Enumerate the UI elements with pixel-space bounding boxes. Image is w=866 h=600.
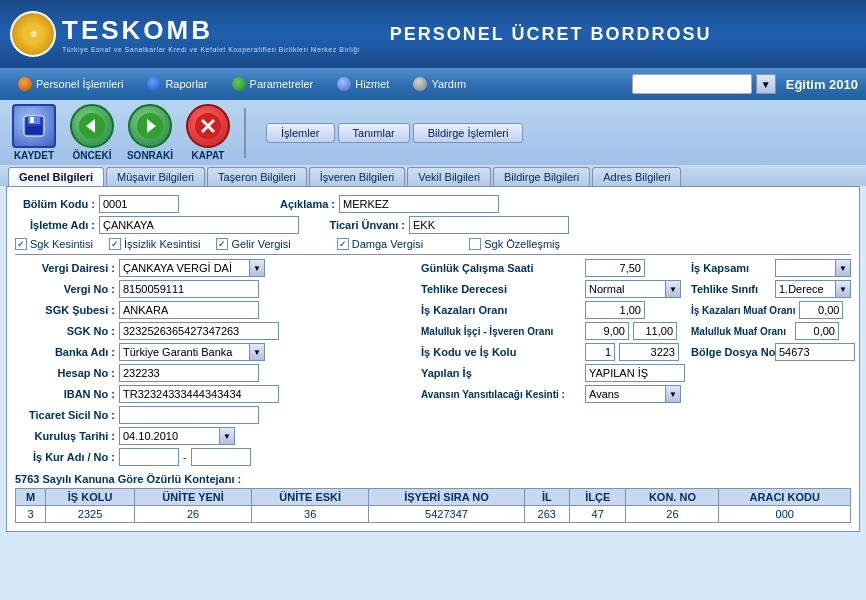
tab-bildirge[interactable]: Bildirge Bilgileri (493, 167, 590, 186)
navbar: Personel İşlemleri Raporlar Parametreler… (0, 68, 866, 100)
table-header-ilce: İLÇE (569, 489, 626, 506)
nav-hizmet[interactable]: Hizmet (327, 73, 399, 95)
tehlike-sinifi-input[interactable] (775, 280, 835, 298)
kurulus-tarihi-combo: ▼ (119, 427, 235, 445)
sgk-ozellesmis-checkbox[interactable]: Sgk Özelleşmiş (469, 238, 560, 250)
banka-adi-row: Banka Adı : ▼ (15, 343, 411, 361)
issizlik-kesintisi-checkbox[interactable]: ✓ İşsizlik Kesintisi (109, 238, 200, 250)
banka-adi-input[interactable] (119, 343, 249, 361)
is-kur-row: İş Kur Adı / No : - (15, 448, 411, 466)
tehlike-sinifi-dropdown-icon[interactable]: ▼ (835, 280, 851, 298)
close-icon (186, 104, 230, 148)
is-kur-input2[interactable] (191, 448, 251, 466)
gelir-vergisi-checkbox[interactable]: ✓ Gelir Vergisi (216, 238, 290, 250)
yapilan-is-input[interactable] (585, 364, 685, 382)
right-far: İş Kapsamı ▼ Tehlike Sınıfı ▼ (691, 259, 851, 406)
tab-musavir[interactable]: Müşavir Bilgileri (106, 167, 205, 186)
tab-isveren[interactable]: İşveren Bilgileri (309, 167, 406, 186)
tehlike-sinifi-combo: ▼ (775, 280, 851, 298)
close-button[interactable]: KAPAT (182, 104, 234, 161)
bolge-dosya-input[interactable] (775, 343, 855, 361)
aciklama-input[interactable] (339, 195, 499, 213)
iban-no-input[interactable] (119, 385, 279, 403)
tab-genel[interactable]: Genel Bilgileri (8, 167, 104, 186)
tehlike-sinifi-row: Tehlike Sınıfı ▼ (691, 280, 851, 298)
table-header-il: İL (524, 489, 569, 506)
sgk-kesintisi-checkbox[interactable]: ✓ Sgk Kesintisi (15, 238, 93, 250)
hesap-no-input[interactable] (119, 364, 259, 382)
cell-il: 263 (524, 506, 569, 523)
logo-icon: ⚙ (10, 11, 56, 57)
sgk-no-input[interactable] (119, 322, 279, 340)
sgk-subesi-label: SGK Şubesi : (15, 304, 115, 316)
kurulus-tarihi-input[interactable] (119, 427, 219, 445)
is-kapsami-input[interactable] (775, 259, 835, 277)
damga-check: ✓ (337, 238, 349, 250)
iban-no-row: IBAN No : (15, 385, 411, 403)
tab-vekil[interactable]: Vekil Bilgileri (407, 167, 491, 186)
header: ⚙ TESKOMB Türkiye Esnaf ve Sanatkarlar K… (0, 0, 866, 68)
nav-dropdown-button[interactable]: ▼ (756, 74, 776, 94)
tehlike-derecesi-label: Tehlike Derecesi (421, 283, 581, 295)
cell-unite-eski: 36 (252, 506, 369, 523)
malulluk-muaf-input[interactable] (795, 322, 839, 340)
is-kazalari-input[interactable] (585, 301, 645, 319)
gunluk-calisma-input[interactable] (585, 259, 645, 277)
tab-taseron[interactable]: Taşeron Bilgileri (207, 167, 307, 186)
vergi-dairesi-dropdown-icon[interactable]: ▼ (249, 259, 265, 277)
yapilan-is-label: Yapılan İş (421, 367, 581, 379)
table-header-kon-no: KON. NO (626, 489, 719, 506)
svg-rect-3 (26, 126, 42, 134)
damga-vergisi-checkbox[interactable]: ✓ Damga Vergisi (337, 238, 424, 250)
tabs-bar: Genel Bilgileri Müşavir Bilgileri Taşero… (0, 165, 866, 186)
banka-dropdown-icon[interactable]: ▼ (249, 343, 265, 361)
avans-input[interactable] (585, 385, 665, 403)
next-button[interactable]: SONRAKİ (124, 104, 176, 161)
save-button[interactable]: KAYDET (8, 104, 60, 161)
nav-raporlar[interactable]: Raporlar (137, 73, 217, 95)
nav-personel[interactable]: Personel İşlemleri (8, 73, 133, 95)
is-kazalari-muaf-input[interactable] (799, 301, 843, 319)
prev-button[interactable]: ÖNCEKİ (66, 104, 118, 161)
section-divider (15, 254, 851, 255)
bolum-kodu-input[interactable] (99, 195, 179, 213)
ticaret-sicil-input[interactable] (119, 406, 259, 424)
action-buttons: İşlemler Tanımlar Bildirge İşlemleri (266, 123, 523, 143)
hesap-no-row: Hesap No : (15, 364, 411, 382)
cell-ilce: 47 (569, 506, 626, 523)
bildirge-button[interactable]: Bildirge İşlemleri (413, 123, 524, 143)
tehlike-derecesi-dropdown-icon[interactable]: ▼ (665, 280, 681, 298)
vergi-dairesi-combo: ▼ (119, 259, 265, 277)
tehlike-derecesi-input[interactable] (585, 280, 665, 298)
malulluk-muaf-row: Malulluk Muaf Oranı (691, 322, 851, 340)
raporlar-icon (147, 77, 161, 91)
vergi-no-input[interactable] (119, 280, 259, 298)
is-kodu-input1[interactable] (585, 343, 615, 361)
is-kodu-input2[interactable] (619, 343, 679, 361)
avans-dropdown-icon[interactable]: ▼ (665, 385, 681, 403)
svg-rect-2 (30, 117, 34, 123)
malulluk-input1[interactable] (585, 322, 629, 340)
brand-subtitle: Türkiye Esnaf ve Sanatkarlar Kredi ve Ke… (62, 46, 360, 53)
save-label: KAYDET (14, 150, 54, 161)
malulluk-input2[interactable] (633, 322, 677, 340)
ticari-unvan-input[interactable] (409, 216, 569, 234)
nav-search-input[interactable] (632, 74, 752, 94)
vergi-dairesi-input[interactable] (119, 259, 249, 277)
malulluk-label: Malulluk İşçi - İşveren Oranı (421, 326, 581, 337)
logo-area: ⚙ TESKOMB Türkiye Esnaf ve Sanatkarlar K… (10, 11, 360, 57)
tanimlar-button[interactable]: Tanımlar (338, 123, 410, 143)
is-kur-input1[interactable] (119, 448, 179, 466)
isletme-adi-input[interactable] (99, 216, 299, 234)
islemler-button[interactable]: İşlemler (266, 123, 335, 143)
vergi-dairesi-label: Vergi Dairesi : (15, 262, 115, 274)
sgk-subesi-input[interactable] (119, 301, 259, 319)
tab-adres[interactable]: Adres Bilgileri (592, 167, 681, 186)
logo-text: TESKOMB Türkiye Esnaf ve Sanatkarlar Kre… (62, 15, 360, 53)
page-title: PERSONEL ÜCRET BORDROSU (390, 24, 712, 45)
is-kapsami-dropdown-icon[interactable]: ▼ (835, 259, 851, 277)
nav-yardim[interactable]: Yardım (403, 73, 476, 95)
is-kur-separator: - (183, 451, 187, 463)
nav-parametreler[interactable]: Parametreler (222, 73, 324, 95)
kurulus-tarihi-dropdown-icon[interactable]: ▼ (219, 427, 235, 445)
